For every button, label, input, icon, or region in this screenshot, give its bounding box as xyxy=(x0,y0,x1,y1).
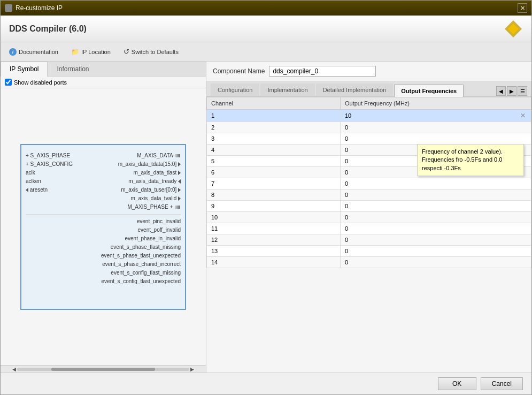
show-disabled-ports-checkbox[interactable] xyxy=(5,79,12,86)
port-row-aclken: aclken m_axis_data_tready xyxy=(26,177,181,186)
ip-symbol-box: + S_AXIS_PHASE M_AXIS_DATA + S_AXIS_CONF… xyxy=(20,144,186,310)
tab-prev-button[interactable]: ◀ xyxy=(496,86,506,96)
tab-detailed-implementation[interactable]: Detailed Implementation xyxy=(316,83,394,96)
frequency-cell[interactable]: 0 xyxy=(341,212,531,223)
table-row[interactable]: 120 xyxy=(207,234,531,246)
tab-menu-button[interactable]: ☰ xyxy=(518,86,527,96)
frequency-cell[interactable]: 0 xyxy=(341,201,531,212)
frequency-cell[interactable]: 0 xyxy=(341,122,531,133)
info-icon: i xyxy=(9,48,17,56)
frequency-cell[interactable]: 0 xyxy=(341,257,531,268)
refresh-icon: ↺ xyxy=(124,48,129,56)
tab-nav: ◀ ▶ ☰ xyxy=(496,86,527,96)
table-scroll-wrapper[interactable]: Channel Output Frequency (MHz) 1✕2030405… xyxy=(206,97,531,373)
port-row-event4: event_s_phase_tlast_missing xyxy=(26,243,181,252)
channel-cell: 13 xyxy=(207,246,341,257)
port-row-maxis-phase: M_AXIS_PHASE + xyxy=(26,203,181,211)
channel-cell: 7 xyxy=(207,178,341,189)
channel-cell: 11 xyxy=(207,223,341,234)
port-row-event8: event_s_config_tlast_unexpected xyxy=(26,277,181,286)
close-button[interactable]: ✕ xyxy=(518,3,527,13)
channel-cell: 6 xyxy=(207,167,341,178)
table-row[interactable]: 30 xyxy=(207,133,531,145)
frequency-input[interactable] xyxy=(345,112,490,119)
table-row[interactable]: 70 xyxy=(207,178,531,189)
config-tabs: Configuration Implementation Detailed Im… xyxy=(206,81,531,97)
port-row-saxis-config: + S_AXIS_CONFIG m_axis_data_tdata[15:0] xyxy=(26,160,181,169)
tab-bar: IP Symbol Information xyxy=(1,62,206,77)
port-row-tvalid: m_axis_data_tvalid xyxy=(26,194,181,203)
table-row[interactable]: 130 xyxy=(207,246,531,257)
arrow-right-icon-3 xyxy=(178,188,181,192)
frequency-cell[interactable]: 0 xyxy=(341,234,531,246)
freq-table-container: Channel Output Frequency (MHz) 1✕2030405… xyxy=(206,97,531,373)
ok-button[interactable]: OK xyxy=(438,377,476,390)
frequency-cell[interactable]: 0 xyxy=(341,223,531,234)
app-logo xyxy=(504,19,523,39)
app-title: DDS Compiler (6.0) xyxy=(9,24,87,34)
port-row-event7: event_s_config_tlast_missing xyxy=(26,269,181,277)
table-row[interactable]: 90 xyxy=(207,201,531,212)
scroll-right-arrow[interactable]: ▶ xyxy=(189,367,195,372)
ip-location-button[interactable]: 📁 IP Location xyxy=(69,47,113,57)
frequency-cell[interactable]: 0 xyxy=(341,178,531,189)
footer: OK Cancel xyxy=(1,373,531,394)
bus-icon-2 xyxy=(175,206,180,209)
frequency-cell[interactable]: 0 xyxy=(341,189,531,201)
frequency-cell[interactable]: ✕ xyxy=(341,110,531,122)
tooltip-box: Frequency of channel 2 value). Frequenci… xyxy=(417,144,524,176)
tab-information[interactable]: Information xyxy=(48,62,98,76)
content-area: IP Symbol Information Show disabled port… xyxy=(1,62,531,373)
port-row-event5: event_s_phase_tlast_unexpected xyxy=(26,252,181,260)
bus-icon xyxy=(175,154,180,157)
tab-configuration[interactable]: Configuration xyxy=(211,83,259,96)
table-row[interactable]: 100 xyxy=(207,212,531,223)
frequency-cell[interactable]: 0 xyxy=(341,133,531,145)
plus-icon-3: + xyxy=(169,204,173,210)
toolbar: i Documentation 📁 IP Location ↺ Switch t… xyxy=(1,42,531,62)
table-row[interactable]: 1✕ xyxy=(207,110,531,122)
horizontal-scrollbar[interactable]: ◀ ▶ xyxy=(1,365,206,373)
cancel-button[interactable]: Cancel xyxy=(481,377,523,390)
channel-cell: 8 xyxy=(207,189,341,201)
plus-icon: + xyxy=(26,153,29,158)
show-disabled-ports-label[interactable]: Show disabled ports xyxy=(5,79,67,86)
arrow-left-icon-2 xyxy=(26,188,28,192)
table-row[interactable]: 80 xyxy=(207,189,531,201)
arrow-right-icon-4 xyxy=(178,196,181,201)
scroll-thumb xyxy=(51,368,155,371)
right-panel: Component Name Configuration Implementat… xyxy=(206,62,531,373)
tab-ip-symbol[interactable]: IP Symbol xyxy=(1,62,48,77)
clear-frequency-button[interactable]: ✕ xyxy=(519,112,527,119)
tab-output-frequencies[interactable]: Output Frequencies xyxy=(394,85,464,97)
channel-cell: 1 xyxy=(207,110,341,122)
tab-implementation[interactable]: Implementation xyxy=(260,83,314,96)
left-panel: IP Symbol Information Show disabled port… xyxy=(1,62,206,373)
frequency-cell[interactable]: 0 xyxy=(341,246,531,257)
port-row-saxis-phase: + S_AXIS_PHASE M_AXIS_DATA xyxy=(26,151,181,160)
app-header: DDS Compiler (6.0) xyxy=(1,16,531,42)
show-disabled-ports-text: Show disabled ports xyxy=(14,79,67,86)
documentation-label: Documentation xyxy=(19,49,58,55)
col-channel: Channel xyxy=(207,97,341,110)
switch-to-defaults-button[interactable]: ↺ Switch to Defaults xyxy=(121,47,181,57)
channel-cell: 2 xyxy=(207,122,341,133)
component-name-input[interactable] xyxy=(269,66,376,77)
title-bar: Re-customize IP ✕ xyxy=(1,1,531,16)
port-row-event2: event_poff_invalid xyxy=(26,226,181,234)
freq-table: Channel Output Frequency (MHz) 1✕2030405… xyxy=(206,97,531,268)
scroll-left-arrow[interactable]: ◀ xyxy=(11,367,17,372)
port-row-aresetn: aresetn m_axis_data_tuser[0:0] xyxy=(26,186,181,194)
documentation-button[interactable]: i Documentation xyxy=(7,47,60,57)
arrow-left-icon xyxy=(178,179,181,184)
table-row[interactable]: 140 xyxy=(207,257,531,268)
component-name-label: Component Name xyxy=(213,67,265,75)
table-row[interactable]: 110 xyxy=(207,223,531,234)
tab-next-button[interactable]: ▶ xyxy=(507,86,516,96)
channel-cell: 5 xyxy=(207,156,341,167)
symbol-area: + S_AXIS_PHASE M_AXIS_DATA + S_AXIS_CONF… xyxy=(1,88,206,365)
table-row[interactable]: 20 xyxy=(207,122,531,133)
tooltip-text: Frequency of channel 2 value). Frequenci… xyxy=(422,148,503,171)
arrow-right-icon xyxy=(178,162,181,166)
channel-cell: 10 xyxy=(207,212,341,223)
